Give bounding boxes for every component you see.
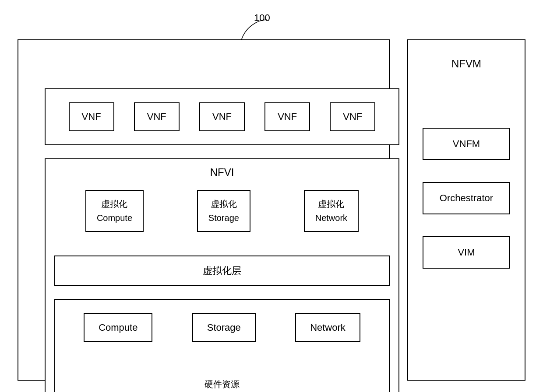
hw-compute: Compute bbox=[84, 313, 152, 342]
virt-layer-label: 虚拟化层 bbox=[203, 264, 241, 277]
nfvi-box: NFVI 虚拟化 Compute 虚拟化 Storage 虚拟化 Network bbox=[45, 158, 399, 392]
virt-layer-box: 虚拟化层 bbox=[54, 256, 390, 286]
vnf-item-3: VNF bbox=[199, 102, 245, 131]
nfvm-vim: VIM bbox=[423, 236, 510, 269]
nfvi-label: NFVI bbox=[210, 166, 234, 178]
vnf-item-1: VNF bbox=[69, 102, 114, 131]
vnf-row-box: VNF VNF VNF VNF VNF bbox=[45, 88, 399, 145]
vnf-item-2: VNF bbox=[134, 102, 180, 131]
vnf-item-4: VNF bbox=[264, 102, 310, 131]
virt-storage: 虚拟化 Storage bbox=[197, 190, 250, 232]
hw-storage: Storage bbox=[192, 313, 256, 342]
virt-compute: 虚拟化 Compute bbox=[85, 190, 144, 232]
nfvm-outer-box: NFVM VNFM Orchestrator VIM bbox=[407, 39, 525, 381]
hardware-label: 硬件资源 bbox=[205, 378, 240, 390]
main-outer-box: VNF VNF VNF VNF VNF NFVI 虚拟化 Compute 虚拟化… bbox=[18, 39, 390, 381]
vnf-item-5: VNF bbox=[330, 102, 375, 131]
hardware-box: Compute Storage Network 硬件资源 bbox=[54, 299, 390, 392]
diagram-container: 100 VNF VNF VNF VNF VNF NFVI 虚拟化 Compute bbox=[0, 0, 543, 392]
nfvm-title: NFVM bbox=[451, 58, 481, 70]
nfvm-items: VNFM Orchestrator VIM bbox=[408, 128, 525, 269]
nfvm-orchestrator: Orchestrator bbox=[423, 182, 510, 214]
virt-resources-row: 虚拟化 Compute 虚拟化 Storage 虚拟化 Network bbox=[46, 190, 398, 232]
nfvm-vnfm: VNFM bbox=[423, 128, 510, 160]
hw-network: Network bbox=[295, 313, 360, 342]
virt-network: 虚拟化 Network bbox=[304, 190, 359, 232]
hardware-resources-row: Compute Storage Network bbox=[55, 300, 389, 342]
